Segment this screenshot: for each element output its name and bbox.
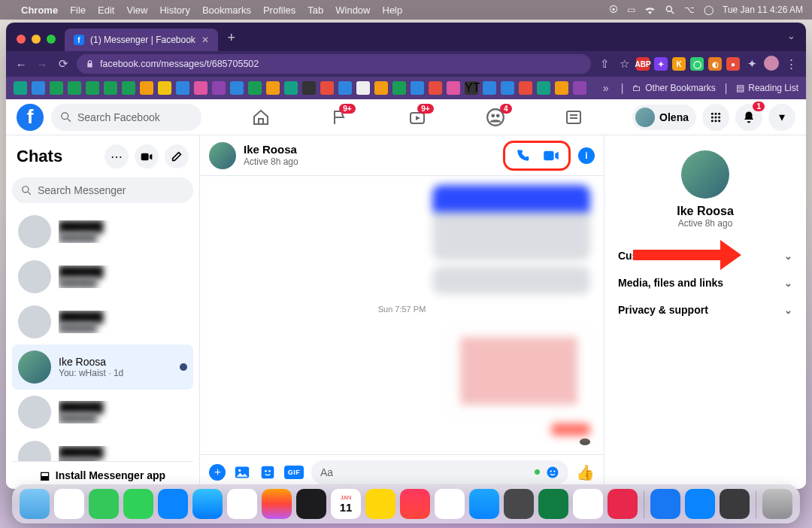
app-name[interactable]: Chrome — [21, 5, 58, 16]
bookmark-item[interactable] — [176, 81, 189, 95]
bookmark-item[interactable] — [104, 81, 117, 95]
privacy-support-row[interactable]: Privacy & support ⌄ — [615, 296, 795, 323]
zoom-window-button[interactable] — [47, 35, 56, 44]
video-call-button[interactable] — [541, 146, 561, 165]
dock-app-notes[interactable] — [365, 489, 395, 519]
bookmark-item[interactable] — [483, 81, 496, 95]
dock-app[interactable] — [650, 489, 680, 519]
nav-home[interactable] — [246, 102, 276, 132]
close-tab-icon[interactable]: ✕ — [201, 35, 209, 45]
extensions-menu-icon[interactable]: ✦ — [744, 57, 759, 71]
avatar[interactable] — [681, 150, 729, 199]
bookmark-item[interactable] — [284, 81, 298, 95]
bookmark-item[interactable] — [573, 81, 586, 95]
avatar[interactable] — [209, 142, 236, 169]
chat-item[interactable]: ██████ ██████ — [12, 390, 193, 435]
new-room-button[interactable] — [135, 144, 159, 168]
bookmark-item[interactable] — [320, 81, 334, 95]
facebook-logo[interactable]: f — [17, 104, 44, 131]
dock-app-photos[interactable] — [262, 489, 292, 519]
voice-call-button[interactable] — [513, 146, 532, 165]
menu-profiles[interactable]: Profiles — [263, 5, 295, 16]
bookmark-item[interactable] — [32, 81, 45, 95]
extension-icon[interactable]: ◯ — [690, 57, 704, 71]
bookmark-item[interactable] — [14, 81, 27, 95]
spotlight-icon[interactable] — [665, 5, 675, 15]
battery-icon[interactable]: ▭ — [627, 5, 635, 15]
close-window-button[interactable] — [17, 35, 26, 44]
forward-button[interactable]: → — [35, 58, 50, 71]
bookmark-item[interactable] — [411, 81, 424, 95]
bookmark-item[interactable] — [447, 81, 460, 95]
message-image[interactable] — [432, 266, 590, 294]
bookmark-item[interactable] — [50, 81, 63, 95]
messenger-search-input[interactable]: Search Messenger — [12, 178, 193, 203]
new-tab-button[interactable]: + — [221, 27, 242, 48]
siri-icon[interactable]: ◯ — [704, 5, 714, 15]
chat-item[interactable]: ██████ ██████ — [12, 254, 193, 299]
minimize-window-button[interactable] — [32, 35, 41, 44]
notifications-button[interactable]: 1 — [735, 104, 762, 131]
record-icon[interactable]: ⦿ — [609, 5, 618, 15]
bookmark-item[interactable] — [338, 81, 352, 95]
compose-button[interactable] — [165, 144, 189, 168]
bookmark-item[interactable] — [194, 81, 208, 95]
media-files-links-row[interactable]: Media, files and links ⌄ — [615, 269, 795, 296]
bookmarks-overflow-icon[interactable]: » — [603, 82, 609, 94]
bookmark-item[interactable] — [86, 81, 99, 95]
bookmark-item[interactable] — [537, 81, 550, 95]
share-icon[interactable]: ⇧ — [597, 57, 612, 71]
message-input[interactable]: Aa — [311, 460, 568, 484]
dock-app-excel[interactable] — [538, 489, 568, 519]
thread-contact-name[interactable]: Ike Roosa — [244, 144, 298, 156]
dock-trash[interactable] — [762, 489, 792, 519]
tab-search-icon[interactable]: ⌄ — [787, 30, 795, 41]
bookmark-item[interactable] — [122, 81, 135, 95]
chrome-menu-icon[interactable]: ⋮ — [783, 57, 798, 71]
bookmark-item[interactable]: YT — [465, 81, 478, 95]
dock-app-launchpad[interactable] — [54, 489, 84, 519]
dock-app-safari[interactable] — [192, 489, 223, 519]
bookmark-item[interactable] — [230, 81, 244, 95]
emoji-picker-button[interactable] — [546, 466, 559, 479]
bookmark-item[interactable] — [519, 81, 532, 95]
menu-window[interactable]: Window — [335, 5, 370, 16]
attach-photo-button[interactable] — [233, 463, 251, 481]
bookmark-item[interactable] — [356, 81, 370, 95]
browser-tab[interactable]: f (1) Messenger | Facebook ✕ — [65, 29, 218, 51]
dock-app-chrome[interactable] — [573, 489, 603, 519]
bookmark-star-icon[interactable]: ☆ — [617, 57, 632, 71]
nav-news[interactable] — [559, 102, 589, 132]
menu-view[interactable]: View — [126, 5, 147, 16]
sticker-button[interactable] — [259, 463, 277, 481]
menu-help[interactable]: Help — [383, 5, 403, 16]
other-bookmarks-folder[interactable]: 🗀 Other Bookmarks — [632, 83, 715, 93]
dock-app-mail[interactable] — [158, 489, 188, 519]
bookmark-item[interactable] — [68, 81, 81, 95]
nav-watch[interactable]: 9+ — [402, 102, 432, 132]
chat-item[interactable]: Ike Roosa You: wHaist · 1d — [12, 344, 193, 390]
extension-icon[interactable]: ✦ — [654, 57, 668, 71]
dock-app-zoom[interactable] — [685, 489, 715, 519]
bookmark-item[interactable] — [302, 81, 316, 95]
chat-item[interactable]: ██████ ██████ — [12, 435, 193, 461]
bookmark-item[interactable] — [158, 81, 171, 95]
dock-app-facetime[interactable] — [123, 489, 153, 519]
nav-pages[interactable]: 9+ — [324, 102, 354, 132]
chat-item[interactable]: ██████ ██████ — [12, 209, 193, 254]
like-button[interactable]: 👍 — [576, 463, 595, 481]
control-center-icon[interactable]: ⌥ — [684, 5, 695, 15]
dock-app[interactable] — [607, 489, 638, 519]
bookmark-item[interactable] — [374, 81, 388, 95]
message-list[interactable]: Sun 7:57 PM — [200, 176, 604, 454]
profile-button[interactable]: Olena — [632, 105, 696, 130]
menu-grid-button[interactable] — [702, 104, 729, 131]
account-dropdown-button[interactable]: ▾ — [768, 104, 795, 131]
dock-app-finder[interactable] — [20, 489, 50, 519]
extension-icon[interactable]: ◐ — [708, 57, 722, 71]
bookmark-item[interactable] — [212, 81, 226, 95]
bookmark-item[interactable] — [266, 81, 280, 95]
dock-app-settings[interactable] — [504, 489, 534, 519]
dock-app-slack[interactable] — [435, 489, 465, 519]
message-image[interactable] — [447, 324, 590, 417]
